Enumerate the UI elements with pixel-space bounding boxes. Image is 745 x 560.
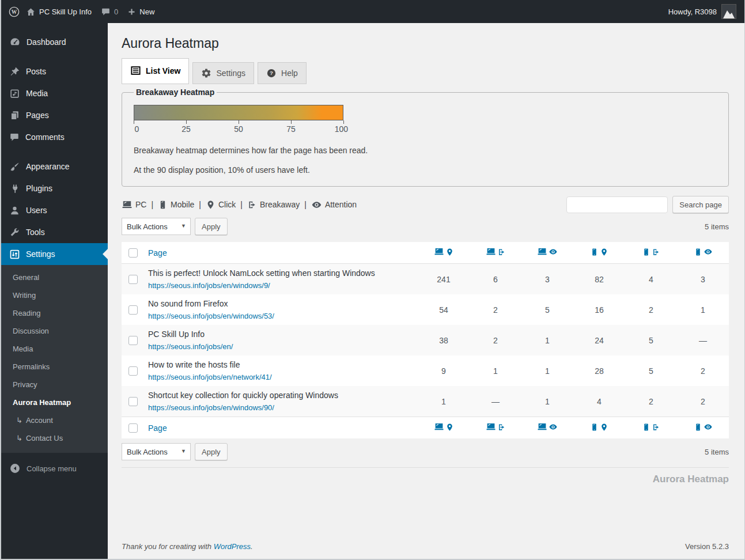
page-row-url[interactable]: https://seous.info/jobs/en/windows/9/ <box>148 281 414 290</box>
col-mobile-breakaway[interactable] <box>625 242 677 264</box>
sidebar-item-posts[interactable]: Posts <box>1 60 108 82</box>
sidebar-item-media[interactable]: Media <box>1 82 108 104</box>
col-mobile-breakaway[interactable] <box>625 417 677 439</box>
page-row-url[interactable]: https://seous.info/jobs/en/network/41/ <box>148 373 414 381</box>
submenu-item-writing[interactable]: Writing <box>1 286 108 304</box>
metric-value: 5 <box>521 294 573 325</box>
filter-attention[interactable]: Attention <box>311 199 357 210</box>
submenu-item-account[interactable]: ↳Account <box>1 411 108 429</box>
collapse-menu-button[interactable]: Collapse menu <box>1 457 108 479</box>
col-pc-breakaway[interactable] <box>470 417 521 439</box>
sidebar-item-tools[interactable]: Tools <box>1 221 108 243</box>
sidebar-item-label: Users <box>26 206 47 215</box>
col-mobile-click[interactable] <box>573 417 625 439</box>
submenu-item-general[interactable]: General <box>1 268 108 286</box>
smartphone-icon <box>694 247 702 257</box>
location-pin-icon <box>600 248 608 256</box>
submenu-item-privacy[interactable]: Privacy <box>1 376 108 393</box>
sidebar-item-pages[interactable]: Pages <box>1 104 108 126</box>
bulk-actions-select-wrap: Bulk Actions <box>122 443 191 460</box>
row-checkbox[interactable] <box>128 397 138 406</box>
wordpress-admin-window: PC Skill Up Info 0 New Howdy, R3098 Dash… <box>0 0 745 560</box>
filter-breakaway[interactable]: Breakaway <box>247 200 300 210</box>
eye-icon <box>704 247 713 256</box>
page-column-header[interactable]: Page <box>145 242 418 264</box>
sidebar-item-dashboard[interactable]: Dashboard <box>1 31 108 53</box>
sidebar-item-label: Pages <box>26 111 49 120</box>
bulk-actions-select-bottom[interactable]: Bulk Actions <box>122 443 191 460</box>
sidebar-item-plugins[interactable]: Plugins <box>1 177 108 199</box>
menu-separator <box>1 148 108 156</box>
metric-value: 3 <box>521 264 573 295</box>
search-page-button[interactable]: Search page <box>672 196 729 213</box>
tab-help[interactable]: Help <box>258 62 307 84</box>
table-row: No sound from Firefox https://seous.info… <box>122 294 729 325</box>
apply-button-bottom[interactable]: Apply <box>195 443 228 460</box>
filter-separator: | <box>304 200 307 209</box>
new-content-button[interactable]: New <box>127 7 154 16</box>
table-nav-bottom: Bulk Actions Apply 5 items <box>122 443 729 460</box>
metric-value: 2 <box>470 294 521 325</box>
row-checkbox[interactable] <box>128 366 138 376</box>
metric-value: 54 <box>418 294 470 325</box>
col-mobile-attention[interactable] <box>677 417 729 439</box>
row-checkbox[interactable] <box>128 275 138 284</box>
smartphone-icon <box>642 422 651 432</box>
filter-mobile[interactable]: Mobile <box>158 200 194 210</box>
comments-shortcut[interactable]: 0 <box>101 7 118 17</box>
submenu-item-aurora-heatmap[interactable]: Aurora Heatmap <box>1 393 108 411</box>
metric-value: 4 <box>625 264 677 295</box>
metric-value: 1 <box>470 355 521 386</box>
eye-icon <box>311 199 322 210</box>
menu-separator <box>1 23 108 31</box>
sidebar-item-comments[interactable]: Comments <box>1 126 108 148</box>
howdy-account-link[interactable]: Howdy, R3098 <box>668 7 717 16</box>
page-row-title: How to write the hosts file <box>148 360 240 369</box>
page-row-url[interactable]: https://seous.info/jobs/en/windows/90/ <box>148 403 414 412</box>
row-checkbox[interactable] <box>128 336 138 345</box>
sidebar-item-users[interactable]: Users <box>1 199 108 221</box>
laptop-icon <box>486 422 496 432</box>
new-label: New <box>139 7 154 16</box>
avatar[interactable] <box>721 4 736 19</box>
submenu-item-discussion[interactable]: Discussion <box>1 322 108 340</box>
site-name-link[interactable]: PC Skill Up Info <box>26 7 92 17</box>
wordpress-logo-icon[interactable] <box>8 6 20 18</box>
select-all-checkbox[interactable] <box>128 423 138 433</box>
page-title: Aurora Heatmap <box>122 23 729 58</box>
col-pc-breakaway[interactable] <box>470 242 521 264</box>
col-pc-attention[interactable] <box>521 417 573 439</box>
tab-list-view[interactable]: List View <box>122 58 189 84</box>
laptop-icon <box>537 422 547 432</box>
search-input[interactable] <box>566 196 668 213</box>
metric-value: 2 <box>677 386 729 417</box>
submenu-item-reading[interactable]: Reading <box>1 304 108 322</box>
sidebar-item-label: Comments <box>25 133 65 142</box>
page-row-url[interactable]: https://seous.info/jobs/en/ <box>148 342 414 351</box>
apply-button[interactable]: Apply <box>195 218 228 235</box>
col-mobile-click[interactable] <box>573 242 625 264</box>
comment-bubble-icon <box>101 7 111 17</box>
filter-pc[interactable]: PC <box>122 199 146 210</box>
col-mobile-attention[interactable] <box>677 242 729 264</box>
wordpress-link[interactable]: WordPress <box>214 542 251 551</box>
metric-value: 2 <box>625 386 677 417</box>
col-pc-attention[interactable] <box>521 242 573 264</box>
filter-click[interactable]: Click <box>206 200 236 210</box>
tab-label: Settings <box>216 69 245 78</box>
page-column-footer[interactable]: Page <box>145 417 418 439</box>
tab-settings[interactable]: Settings <box>192 62 254 84</box>
sidebar-item-settings[interactable]: Settings <box>1 243 108 265</box>
col-pc-click[interactable] <box>418 417 470 439</box>
select-all-checkbox[interactable] <box>128 248 138 258</box>
bulk-actions-select[interactable]: Bulk Actions <box>122 218 191 235</box>
submenu-item-permalinks[interactable]: Permalinks <box>1 358 108 376</box>
submenu-item-media[interactable]: Media <box>1 340 108 358</box>
nested-arrow: ↳ <box>16 434 22 442</box>
col-pc-click[interactable] <box>418 242 470 264</box>
page-row-url[interactable]: https://seous.info/jobs/en/windows/53/ <box>148 312 414 320</box>
sidebar-item-appearance[interactable]: Appearance <box>1 156 108 177</box>
row-checkbox[interactable] <box>128 305 138 315</box>
submenu-item-contact-us[interactable]: ↳Contact Us <box>1 429 108 447</box>
page-row-title: PC Skill Up Info <box>148 330 205 339</box>
